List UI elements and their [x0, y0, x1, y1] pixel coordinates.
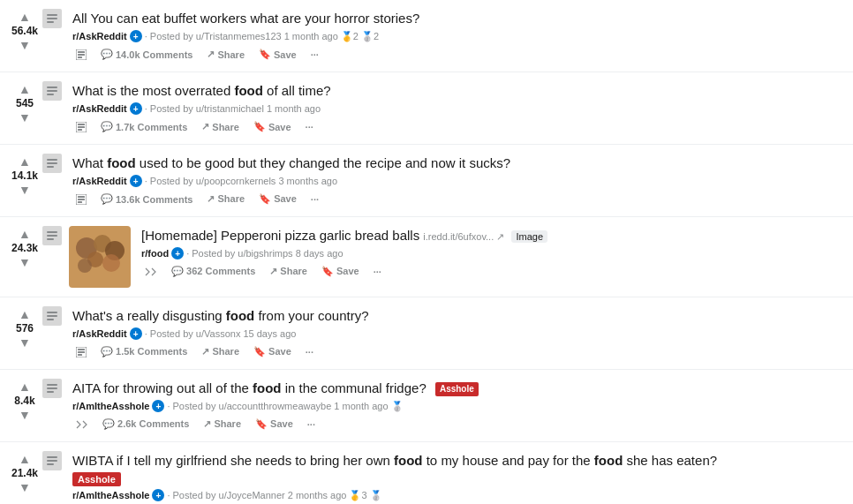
save-icon: 🔖 — [253, 121, 266, 132]
svg-rect-42 — [47, 460, 57, 462]
share-button[interactable]: ↗ Share — [198, 343, 243, 360]
post-item: ▲ 56.4k ▼ All You can eat buffet workers… — [0, 0, 853, 72]
post-title[interactable]: What is the most overrated food of all t… — [72, 81, 846, 100]
post-item: ▲ 8.4k ▼ AITA for throwing out all of th… — [0, 370, 853, 442]
comments-count: 13.6k Comments — [116, 194, 192, 205]
join-button[interactable]: + — [152, 489, 164, 501]
upvote-button[interactable]: ▲ — [19, 453, 31, 465]
vote-count: 576 — [16, 322, 34, 335]
subreddit-link[interactable]: r/food — [141, 248, 169, 259]
vote-column: ▲ 56.4k ▼ — [7, 9, 42, 51]
vote-count: 24.3k — [11, 242, 38, 254]
post-title[interactable]: All You can eat buffet workers what are … — [72, 9, 846, 27]
post-title[interactable]: WIBTA if I tell my girlfriend she needs … — [72, 451, 846, 470]
share-button[interactable]: ↗ Share — [200, 416, 245, 433]
post-title[interactable]: What's a really disgusting food from you… — [72, 306, 846, 325]
subreddit-link[interactable]: r/AskReddit — [72, 103, 127, 114]
svg-rect-32 — [47, 315, 57, 317]
join-button[interactable]: + — [171, 247, 184, 260]
join-button[interactable]: + — [130, 175, 142, 187]
expand-button[interactable] — [72, 192, 90, 207]
share-button[interactable]: ↗ Share — [203, 191, 248, 207]
svg-rect-37 — [78, 354, 82, 356]
save-button[interactable]: 🔖 Save — [318, 263, 363, 280]
more-button[interactable]: ··· — [302, 344, 317, 360]
post-content: [Homemade] Pepperoni pizza garlic bread … — [138, 226, 846, 280]
post-type-icon — [42, 451, 62, 470]
downvote-button[interactable]: ▼ — [19, 256, 31, 268]
award-icons: 🥇2 🥈2 — [341, 31, 379, 42]
comments-button[interactable]: 💬 362 Comments — [168, 263, 259, 280]
save-button[interactable]: 🔖 Save — [250, 118, 295, 135]
upvote-button[interactable]: ▲ — [19, 83, 31, 95]
more-button[interactable]: ··· — [307, 47, 322, 63]
join-button[interactable]: + — [152, 400, 164, 412]
downvote-button[interactable]: ▼ — [19, 481, 31, 493]
post-meta: r/AskReddit + · Posted by u/Tristanmemes… — [72, 30, 846, 42]
post-thumbnail[interactable] — [69, 226, 131, 288]
more-button[interactable]: ··· — [370, 264, 385, 280]
post-actions: 💬 2.6k Comments ↗ Share 🔖 Save ··· — [72, 416, 846, 433]
save-button[interactable]: 🔖 Save — [252, 416, 297, 433]
expand-button[interactable] — [72, 119, 90, 135]
subreddit-link[interactable]: r/AskReddit — [72, 328, 127, 339]
post-meta: r/AmItheAsshole + · Posted by u/accountt… — [72, 400, 846, 412]
downvote-button[interactable]: ▼ — [19, 184, 31, 196]
svg-rect-5 — [78, 54, 85, 56]
post-actions: 💬 14.0k Comments ↗ Share 🔖 Save ··· — [72, 46, 846, 63]
post-item: ▲ 24.3k ▼ [Homemade] Pepperoni pizza gar… — [0, 217, 853, 297]
svg-rect-12 — [78, 126, 85, 128]
expand-button[interactable] — [72, 417, 92, 432]
vote-column: ▲ 14.1k ▼ — [7, 154, 42, 196]
expand-button[interactable] — [72, 344, 90, 360]
upvote-button[interactable]: ▲ — [19, 11, 31, 23]
subreddit-link[interactable]: r/AmItheAsshole — [72, 401, 149, 411]
share-label: Share — [212, 122, 239, 132]
share-button[interactable]: ↗ Share — [266, 263, 311, 280]
expand-button[interactable] — [141, 265, 161, 279]
posted-by-label: · Posted by u/poopcornkernels 3 months a… — [145, 176, 337, 186]
comments-button[interactable]: 💬 2.6k Comments — [99, 416, 192, 433]
save-button[interactable]: 🔖 Save — [255, 191, 300, 207]
upvote-button[interactable]: ▲ — [19, 308, 31, 320]
join-button[interactable]: + — [130, 30, 142, 42]
save-button[interactable]: 🔖 Save — [255, 46, 300, 63]
join-button[interactable]: + — [130, 327, 142, 340]
more-button[interactable]: ··· — [302, 119, 317, 135]
post-title[interactable]: AITA for throwing out all of the food in… — [72, 379, 846, 397]
post-title[interactable]: [Homemade] Pepperoni pizza garlic bread … — [141, 226, 846, 244]
post-type-icon — [42, 379, 62, 398]
downvote-button[interactable]: ▼ — [19, 111, 31, 124]
downvote-button[interactable]: ▼ — [19, 39, 31, 51]
upvote-button[interactable]: ▲ — [19, 155, 31, 168]
posted-by-label: · Posted by u/Tristanmemes123 1 month ag… — [145, 31, 338, 41]
comments-button[interactable]: 💬 14.0k Comments — [97, 46, 196, 63]
more-button[interactable]: ··· — [307, 192, 322, 207]
comments-button[interactable]: 💬 13.6k Comments — [97, 191, 196, 207]
post-content: What is the most overrated food of all t… — [69, 81, 846, 135]
more-button[interactable]: ··· — [304, 417, 319, 433]
comments-button[interactable]: 💬 1.5k Comments — [97, 343, 191, 360]
upvote-button[interactable]: ▲ — [19, 380, 31, 393]
save-button[interactable]: 🔖 Save — [250, 343, 295, 360]
subreddit-link[interactable]: r/AskReddit — [72, 31, 127, 41]
svg-rect-18 — [78, 196, 85, 198]
post-content: What food used to be good but they chang… — [69, 154, 846, 207]
downvote-button[interactable]: ▼ — [19, 409, 31, 421]
svg-rect-16 — [47, 166, 54, 168]
post-link-text: i.redd.it/6ufxov... ↗ — [423, 231, 504, 242]
subreddit-link[interactable]: r/AmItheAsshole — [72, 490, 149, 500]
downvote-button[interactable]: ▼ — [19, 336, 31, 349]
join-button[interactable]: + — [130, 102, 142, 115]
subreddit-link[interactable]: r/AskReddit — [72, 176, 127, 186]
expand-button[interactable] — [72, 47, 90, 63]
vote-column: ▲ 576 ▼ — [7, 306, 42, 349]
svg-rect-4 — [78, 51, 85, 53]
share-button[interactable]: ↗ Share — [203, 46, 248, 63]
upvote-button[interactable]: ▲ — [19, 228, 31, 240]
post-title[interactable]: What food used to be good but they chang… — [72, 154, 846, 172]
share-button[interactable]: ↗ Share — [198, 118, 243, 135]
comments-button[interactable]: 💬 1.7k Comments — [97, 118, 191, 135]
svg-rect-39 — [47, 387, 57, 389]
post-actions: 💬 362 Comments ↗ Share 🔖 Save ··· — [141, 263, 846, 280]
